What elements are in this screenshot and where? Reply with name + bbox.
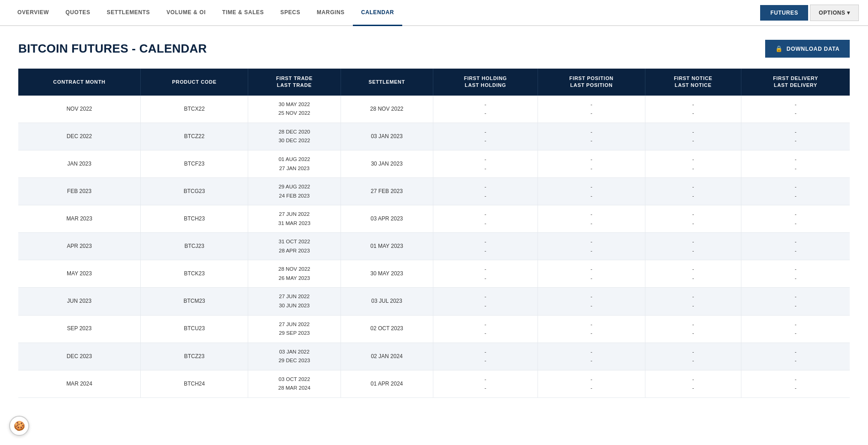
table-row: MAY 2023BTCK2328 NOV 202226 MAY 202330 M… [18,260,850,288]
table-cell: -- [741,178,850,205]
table-row: JUN 2023BTCM2327 JUN 202230 JUN 202303 J… [18,288,850,315]
table-cell: 27 FEB 2023 [341,178,433,205]
table-cell: MAR 2023 [18,205,140,233]
table-cell: SEP 2023 [18,315,140,343]
col-header: CONTRACT MONTH [18,69,140,96]
download-button[interactable]: 🔒 DOWNLOAD DATA [765,40,850,58]
table-cell: BTCH23 [140,205,248,233]
table-cell: -- [741,288,850,315]
table-cell: NOV 2022 [18,96,140,123]
nav-link-calendar[interactable]: CALENDAR [353,0,402,26]
table-cell: BTCK23 [140,260,248,288]
table-cell: -- [538,123,645,150]
table-cell: 03 APR 2023 [341,205,433,233]
table-cell: BTCF23 [140,150,248,177]
table-cell: BTCG23 [140,178,248,205]
table-cell: -- [645,96,741,123]
table-cell: 30 MAY 202225 NOV 2022 [248,96,341,123]
table-row: NOV 2022BTCX2230 MAY 202225 NOV 202228 N… [18,96,850,123]
nav-link-overview[interactable]: OVERVIEW [9,0,57,26]
table-cell: -- [538,315,645,343]
col-header: FIRST HOLDINGLAST HOLDING [433,69,538,96]
table-row: FEB 2023BTCG2329 AUG 202224 FEB 202327 F… [18,178,850,205]
table-cell: -- [433,233,538,260]
table-cell: FEB 2023 [18,178,140,205]
futures-button[interactable]: FUTURES [760,5,808,21]
table-cell: -- [433,288,538,315]
table-cell: -- [433,343,538,370]
table-cell: -- [433,315,538,343]
table-cell: BTCM23 [140,288,248,315]
table-cell: -- [433,123,538,150]
table-cell: -- [741,260,850,288]
table-cell: -- [645,315,741,343]
table-cell: 31 OCT 202228 APR 2023 [248,233,341,260]
col-header: FIRST TRADELAST TRADE [248,69,341,96]
options-button[interactable]: OPTIONS ▾ [810,5,859,21]
table-cell: 27 JUN 202229 SEP 2023 [248,315,341,343]
table-cell: -- [645,288,741,315]
table-cell: 27 JUN 202231 MAR 2023 [248,205,341,233]
table-cell: 02 JAN 2024 [341,343,433,370]
table-cell: 02 OCT 2023 [341,315,433,343]
table-cell: -- [741,343,850,370]
page-content: BITCOIN FUTURES - CALENDAR 🔒 DOWNLOAD DA… [0,26,868,412]
table-cell: -- [538,233,645,260]
table-row: SEP 2023BTCU2327 JUN 202229 SEP 202302 O… [18,315,850,343]
table-cell: 28 DEC 202030 DEC 2022 [248,123,341,150]
table-cell: 03 JAN 202229 DEC 2023 [248,343,341,370]
table-cell: APR 2023 [18,233,140,260]
table-cell: BTCZ22 [140,123,248,150]
table-body: NOV 2022BTCX2230 MAY 202225 NOV 202228 N… [18,96,850,398]
col-header: FIRST POSITIONLAST POSITION [538,69,645,96]
table-cell: 01 APR 2024 [341,370,433,397]
table-cell: -- [741,205,850,233]
table-cell: BTCH24 [140,370,248,397]
table-cell: -- [433,370,538,397]
table-cell: 30 JAN 2023 [341,150,433,177]
table-cell: -- [433,150,538,177]
nav-buttons: FUTURES OPTIONS ▾ [760,5,859,21]
table-cell: 30 MAY 2023 [341,260,433,288]
table-cell: 01 MAY 2023 [341,233,433,260]
table-cell: 28 NOV 2022 [341,96,433,123]
header-row: CONTRACT MONTHPRODUCT CODEFIRST TRADELAS… [18,69,850,96]
table-cell: -- [741,370,850,397]
table-cell: 03 JAN 2023 [341,123,433,150]
table-row: DEC 2022BTCZ2228 DEC 202030 DEC 202203 J… [18,123,850,150]
table-cell: -- [741,123,850,150]
table-cell: 27 JUN 202230 JUN 2023 [248,288,341,315]
nav-link-volume---oi[interactable]: VOLUME & OI [158,0,214,26]
col-header: FIRST NOTICELAST NOTICE [645,69,741,96]
table-cell: -- [433,178,538,205]
nav-link-specs[interactable]: SPECS [272,0,309,26]
table-row: DEC 2023BTCZ2303 JAN 202229 DEC 202302 J… [18,343,850,370]
table-cell: -- [645,205,741,233]
table-cell: MAY 2023 [18,260,140,288]
table-cell: -- [538,205,645,233]
nav-link-margins[interactable]: MARGINS [309,0,353,26]
calendar-table: CONTRACT MONTHPRODUCT CODEFIRST TRADELAS… [18,69,850,398]
table-cell: -- [645,150,741,177]
table-cell: -- [645,343,741,370]
table-cell: -- [538,96,645,123]
table-cell: -- [741,233,850,260]
nav-link-settlements[interactable]: SETTLEMENTS [99,0,159,26]
table-cell: 03 OCT 202228 MAR 2024 [248,370,341,397]
table-cell: -- [538,343,645,370]
table-cell: -- [538,150,645,177]
table-cell: JUN 2023 [18,288,140,315]
table-cell: -- [645,233,741,260]
table-cell: 28 NOV 202226 MAY 2023 [248,260,341,288]
nav-link-quotes[interactable]: QUOTES [57,0,98,26]
table-cell: -- [741,315,850,343]
table-cell: BTCX22 [140,96,248,123]
nav-link-time---sales[interactable]: TIME & SALES [214,0,272,26]
table-cell: -- [538,370,645,397]
table-cell: DEC 2023 [18,343,140,370]
lock-icon: 🔒 [775,45,783,52]
table-cell: -- [433,96,538,123]
table-cell: -- [741,150,850,177]
nav-links: OVERVIEWQUOTESSETTLEMENTSVOLUME & OITIME… [9,0,760,25]
table-cell: JAN 2023 [18,150,140,177]
